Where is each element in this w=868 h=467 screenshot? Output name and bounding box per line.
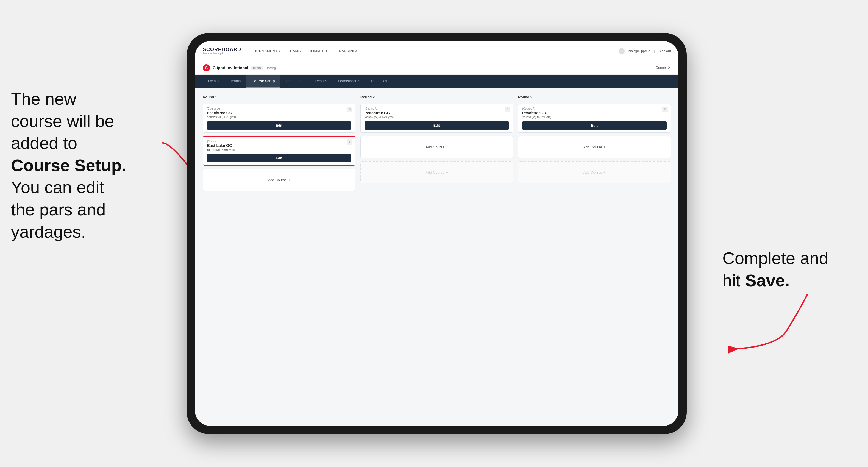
nav-teams[interactable]: TEAMS: [288, 49, 301, 53]
nav-rankings[interactable]: RANKINGS: [339, 49, 359, 53]
tablet-frame: SCOREBOARD Powered by clippd TOURNAMENTS…: [187, 33, 687, 434]
nav-tournaments[interactable]: TOURNAMENTS: [251, 49, 280, 53]
round2-add-course-disabled-text: Add Course +: [426, 170, 448, 175]
round-1-title: Round 1: [203, 95, 355, 99]
tab-teams[interactable]: Teams: [225, 75, 246, 88]
tournament-name: Clippd Invitational: [213, 65, 248, 70]
round3-add-course-active-plus: +: [603, 145, 606, 149]
logo-sub: Powered by clippd: [203, 52, 241, 55]
main-content: Round 1 ⧉ (Course A) Peachtree GC Yellow…: [195, 88, 679, 426]
round3-course-a-edit-button[interactable]: Edit: [522, 121, 666, 130]
logo-scoreboard: SCOREBOARD: [203, 47, 241, 53]
round1-course-b-edit-button[interactable]: Edit: [207, 154, 351, 162]
round1-course-b-card: ⧉ (Course B) East Lake GC Black (M) (689…: [203, 136, 355, 166]
round2-add-course-disabled-plus: +: [446, 170, 448, 175]
round3-course-a-card: ⧉ (Course A) Peachtree GC Yellow (M) (66…: [518, 103, 671, 133]
round3-add-course-active-label: Add Course: [583, 145, 602, 149]
tournament-status: Hosting: [266, 66, 276, 69]
round1-add-course-label: Add Course: [268, 178, 287, 182]
round3-course-a-icon[interactable]: ⧉: [662, 106, 668, 112]
round1-course-a-icon[interactable]: ⧉: [347, 106, 352, 112]
round3-add-course-disabled-label: Add Course: [583, 170, 602, 175]
round2-course-a-icon[interactable]: ⧉: [505, 106, 510, 112]
tab-course-setup[interactable]: Course Setup: [246, 75, 280, 88]
sub-nav-logo: C: [203, 64, 210, 71]
round1-course-a-name: Peachtree GC: [207, 111, 351, 115]
sub-nav-left: C Clippd Invitational (Men) Hosting: [203, 64, 276, 71]
round1-course-a-details: Yellow (M) (6629 yds): [207, 115, 351, 119]
round1-add-course-text: Add Course +: [268, 178, 290, 182]
round2-course-a-name: Peachtree GC: [365, 111, 509, 115]
annotation-line6: yardages.: [11, 222, 86, 241]
round2-course-a-details: Yellow (M) (6629 yds): [365, 115, 509, 119]
tab-bar: Details Teams Course Setup Tee Groups Re…: [195, 75, 679, 88]
user-email: blair@clippd.io: [628, 49, 650, 53]
sign-out-link[interactable]: Sign out: [659, 49, 671, 53]
round2-add-course-active-plus: +: [446, 145, 448, 149]
round2-add-course-active-label: Add Course: [426, 145, 444, 149]
annotation-line1: The new: [11, 89, 76, 108]
round3-add-course-active-text: Add Course +: [583, 145, 606, 149]
tab-tee-groups[interactable]: Tee Groups: [280, 75, 310, 88]
top-nav: SCOREBOARD Powered by clippd TOURNAMENTS…: [195, 41, 679, 61]
round-2-title: Round 2: [361, 95, 513, 99]
tab-details[interactable]: Details: [203, 75, 225, 88]
round3-course-a-details: Yellow (M) (6629 yds): [522, 115, 666, 119]
tournament-gender: (Men): [251, 66, 263, 70]
annotation-line3: added to: [11, 133, 77, 152]
cancel-label: Cancel: [656, 66, 666, 70]
tablet-screen: SCOREBOARD Powered by clippd TOURNAMENTS…: [195, 41, 679, 426]
round2-course-a-card: ⧉ (Course A) Peachtree GC Yellow (M) (66…: [361, 103, 513, 133]
round-1-column: Round 1 ⧉ (Course A) Peachtree GC Yellow…: [203, 95, 355, 191]
round2-add-course-disabled-label: Add Course: [426, 170, 444, 175]
round1-add-course-plus: +: [288, 178, 290, 182]
round1-course-b-icon[interactable]: ⧉: [347, 139, 352, 145]
cancel-icon: ✕: [668, 66, 671, 70]
round1-course-a-edit-button[interactable]: Edit: [207, 121, 351, 130]
annotation-left: The new course will be added to Course S…: [11, 88, 165, 243]
round1-course-a-card: ⧉ (Course A) Peachtree GC Yellow (M) (66…: [203, 103, 355, 133]
arrow-right-icon: [720, 288, 813, 354]
logo-area: SCOREBOARD Powered by clippd: [203, 47, 241, 55]
round1-add-course-card[interactable]: Add Course +: [203, 169, 355, 191]
round3-course-a-label: (Course A): [522, 107, 666, 110]
annotation-bold: Course Setup.: [11, 156, 126, 175]
cancel-button[interactable]: Cancel ✕: [656, 66, 671, 70]
nav-right: blair@clippd.io | Sign out: [619, 48, 671, 54]
round2-course-a-edit-button[interactable]: Edit: [365, 121, 509, 130]
rounds-grid: Round 1 ⧉ (Course A) Peachtree GC Yellow…: [203, 95, 671, 191]
round2-add-course-active-text: Add Course +: [426, 145, 448, 149]
round3-add-course-disabled-plus: +: [603, 170, 606, 175]
round-3-title: Round 3: [518, 95, 671, 99]
round-3-column: Round 3 ⧉ (Course A) Peachtree GC Yellow…: [518, 95, 671, 191]
tab-results[interactable]: Results: [310, 75, 333, 88]
round1-course-a-label: (Course A): [207, 107, 351, 110]
round1-course-b-details: Black (M) (6891 yds): [207, 148, 351, 151]
annotation-line4: You can edit: [11, 178, 104, 197]
round2-add-course-disabled-card: Add Course +: [361, 161, 513, 183]
annotation-right: Complete and hit Save.: [722, 247, 843, 291]
round-2-column: Round 2 ⧉ (Course A) Peachtree GC Yellow…: [361, 95, 513, 191]
annotation-line5: the pars and: [11, 200, 106, 219]
tab-leaderboards[interactable]: Leaderboards: [333, 75, 366, 88]
round3-add-course-disabled-text: Add Course +: [583, 170, 606, 175]
annotation-right-line1: Complete and: [722, 249, 829, 268]
annotation-right-line2: hit: [722, 271, 745, 290]
round2-course-a-label: (Course A): [365, 107, 509, 110]
nav-links: TOURNAMENTS TEAMS COMMITTEE RANKINGS: [251, 49, 359, 53]
annotation-right-bold: Save.: [745, 271, 790, 290]
annotation-line2: course will be: [11, 112, 114, 130]
nav-left: SCOREBOARD Powered by clippd TOURNAMENTS…: [203, 47, 359, 55]
nav-committee[interactable]: COMMITTEE: [308, 49, 331, 53]
sub-nav: C Clippd Invitational (Men) Hosting Canc…: [195, 61, 679, 75]
avatar: [619, 48, 625, 54]
round1-course-b-name: East Lake GC: [207, 144, 351, 148]
round3-add-course-disabled-card: Add Course +: [518, 161, 671, 183]
tab-printables[interactable]: Printables: [366, 75, 393, 88]
round3-course-a-name: Peachtree GC: [522, 111, 666, 115]
round1-course-b-label: (Course B): [207, 140, 351, 143]
round3-add-course-active-card[interactable]: Add Course +: [518, 136, 671, 158]
round2-add-course-active-card[interactable]: Add Course +: [361, 136, 513, 158]
